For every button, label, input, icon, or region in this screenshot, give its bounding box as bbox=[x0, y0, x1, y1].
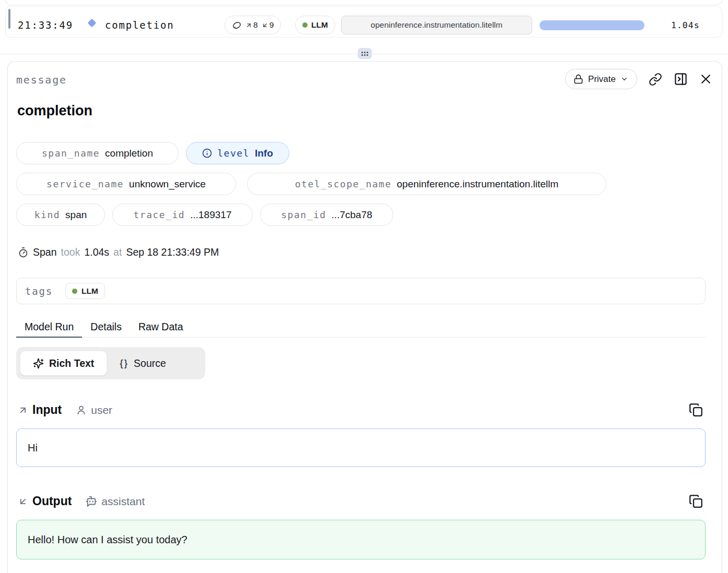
attr-level-chip: levelInfo bbox=[186, 142, 289, 164]
attr-service-name-chip: service_nameunknown_service bbox=[16, 173, 236, 195]
bot-message-icon bbox=[86, 496, 97, 507]
copy-icon bbox=[689, 403, 703, 417]
input-label: Input bbox=[32, 403, 62, 417]
output-tokens: 9 bbox=[262, 20, 274, 30]
copy-output-button[interactable] bbox=[689, 494, 703, 508]
visibility-label: Private bbox=[588, 74, 616, 85]
llm-tag-badge: LLM bbox=[295, 16, 335, 34]
resize-handle[interactable] bbox=[358, 48, 372, 59]
previous-trace-row bbox=[5, 0, 722, 5]
tags-container: tags LLM bbox=[16, 278, 706, 304]
chevron-down-icon bbox=[620, 75, 628, 83]
collapse-panel-button[interactable] bbox=[674, 72, 688, 86]
arrow-up-right-icon bbox=[18, 405, 28, 415]
input-content: Hi bbox=[16, 428, 706, 467]
span-diamond-icon bbox=[86, 17, 98, 29]
timer-icon bbox=[18, 247, 29, 258]
span-title: completion bbox=[17, 103, 92, 119]
sparkles-icon bbox=[33, 358, 44, 369]
arrow-down-left-icon bbox=[262, 22, 268, 29]
detail-tabs: Model Run Details Raw Data bbox=[16, 317, 706, 338]
span-detail-panel: message Private completion bbox=[7, 61, 722, 573]
tab-model-run[interactable]: Model Run bbox=[16, 317, 82, 338]
attr-span-id-chip: span_id...7cba78 bbox=[260, 204, 393, 226]
grip-dots-icon bbox=[361, 52, 368, 56]
output-header: Output assistant bbox=[18, 494, 145, 508]
link-icon bbox=[649, 73, 662, 86]
view-mode-toggle: Rich Text {} Source bbox=[16, 347, 205, 379]
span-detail-page: 21:33:49 completion 8 9 LLM bbox=[0, 0, 728, 573]
tags-label: tags bbox=[25, 285, 53, 297]
copy-icon bbox=[689, 494, 703, 508]
close-icon bbox=[699, 73, 712, 86]
row-duration: 1.04s bbox=[671, 20, 700, 30]
attr-otel-scope-chip: otel_scope_nameopeninference.instrumenta… bbox=[247, 173, 606, 195]
output-content: Hello! How can I assist you today? bbox=[16, 520, 706, 559]
input-role: user bbox=[76, 404, 112, 416]
input-tokens: 8 bbox=[245, 20, 258, 30]
trace-row[interactable]: 21:33:49 completion 8 9 LLM bbox=[5, 6, 722, 38]
green-dot-icon bbox=[72, 289, 77, 294]
rich-text-option[interactable]: Rich Text bbox=[20, 351, 107, 376]
user-icon bbox=[76, 404, 87, 415]
observation-type-label: message bbox=[16, 74, 67, 86]
green-dot-icon bbox=[302, 22, 308, 28]
lock-icon bbox=[573, 74, 583, 84]
attr-trace-id-chip: trace_id...189317 bbox=[112, 204, 253, 226]
arrow-up-right-icon bbox=[245, 22, 252, 29]
tab-details[interactable]: Details bbox=[82, 317, 130, 338]
otel-scope-badge: openinference.instrumentation.litellm bbox=[341, 16, 532, 34]
copy-link-button[interactable] bbox=[649, 73, 662, 86]
tab-raw-data[interactable]: Raw Data bbox=[130, 317, 192, 338]
duration-bar bbox=[539, 20, 644, 30]
input-header: Input user bbox=[18, 403, 112, 417]
arrow-down-left-icon bbox=[18, 496, 28, 507]
output-label: Output bbox=[32, 494, 72, 508]
copy-input-button[interactable] bbox=[689, 403, 703, 417]
tag-chip-llm: LLM bbox=[65, 283, 105, 299]
tokens-icon bbox=[232, 20, 242, 30]
source-option[interactable]: {} Source bbox=[107, 351, 179, 376]
row-selection-indicator bbox=[8, 9, 10, 29]
braces-icon: {} bbox=[120, 357, 128, 369]
panel-controls: Private bbox=[565, 69, 712, 89]
visibility-dropdown[interactable]: Private bbox=[565, 69, 637, 89]
span-timing: Span took 1.04s at Sep 18 21:33:49 PM bbox=[18, 246, 219, 258]
close-panel-button[interactable] bbox=[699, 73, 712, 86]
token-count-badge: 8 9 bbox=[225, 16, 281, 34]
panel-right-icon bbox=[674, 72, 688, 86]
attr-span-name-chip: span_namecompletion bbox=[16, 142, 179, 164]
row-span-name: completion bbox=[105, 19, 174, 31]
info-icon bbox=[202, 148, 212, 158]
attr-kind-chip: kindspan bbox=[16, 204, 105, 226]
row-timestamp: 21:33:49 bbox=[18, 19, 73, 31]
output-role: assistant bbox=[86, 495, 145, 508]
